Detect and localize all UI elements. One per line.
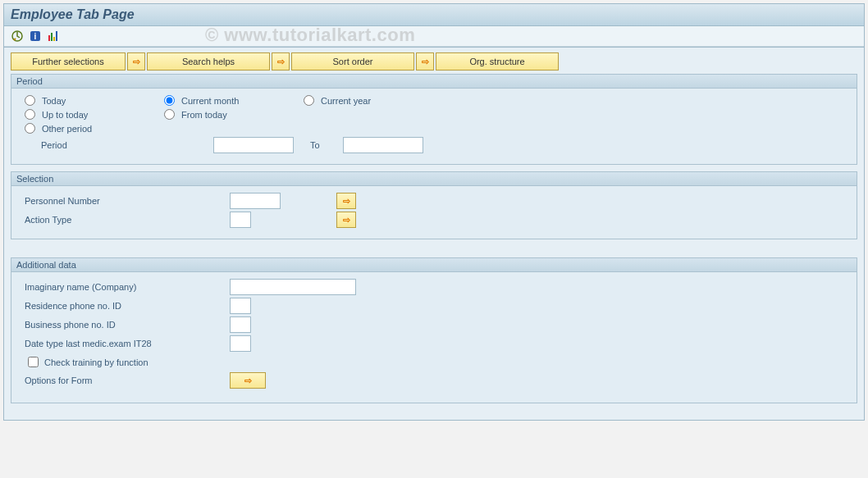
radio-from-today-input[interactable] xyxy=(164,109,175,120)
spacer xyxy=(11,246,857,257)
additional-body: Imaginary name (Company) Residence phone… xyxy=(11,272,857,403)
selection-group: Selection Personnel Number ⇨ Action Type… xyxy=(11,171,857,239)
options-form-label: Options for Form xyxy=(20,376,230,385)
radio-from-today[interactable]: From today xyxy=(159,109,299,120)
radio-current-year-label: Current year xyxy=(321,96,371,106)
radio-current-month[interactable]: Current month xyxy=(159,95,299,106)
arrow-right-icon: ⇨ xyxy=(133,57,140,67)
radio-current-month-label: Current month xyxy=(181,96,239,106)
check-training-label: Check training by function xyxy=(44,357,148,367)
arrow-right-icon: ⇨ xyxy=(277,57,285,67)
radio-today-label: Today xyxy=(42,96,66,106)
personnel-number-multi-button[interactable]: ⇨ xyxy=(336,193,356,209)
search-helps-label: Search helps xyxy=(182,57,235,66)
date-type-input[interactable] xyxy=(230,335,251,352)
selection-legend: Selection xyxy=(11,172,857,186)
further-selections-button[interactable]: Further selections xyxy=(11,52,126,71)
sort-order-arrow-button[interactable]: ⇨ xyxy=(272,52,290,71)
radio-other-period[interactable]: Other period xyxy=(20,123,159,134)
arrow-right-icon: ⇨ xyxy=(343,215,350,225)
period-group: Period Today Current month Current year xyxy=(11,74,857,165)
further-selections-label: Further selections xyxy=(32,57,103,66)
svg-text:i: i xyxy=(34,32,37,41)
selection-buttons-row: Further selections ⇨ Search helps ⇨ Sort… xyxy=(11,52,857,71)
info-icon[interactable]: i xyxy=(29,30,42,43)
main-content: Further selections ⇨ Search helps ⇨ Sort… xyxy=(3,48,865,421)
arrow-right-icon: ⇨ xyxy=(343,196,350,207)
radio-current-year[interactable]: Current year xyxy=(299,95,438,106)
arrow-right-icon: ⇨ xyxy=(244,376,252,386)
svg-rect-3 xyxy=(48,35,50,41)
radio-from-today-label: From today xyxy=(181,110,227,120)
app-toolbar: i xyxy=(4,26,864,47)
radio-other-period-input[interactable] xyxy=(25,123,35,134)
radio-other-period-label: Other period xyxy=(42,124,92,134)
radio-current-year-input[interactable] xyxy=(304,95,314,106)
org-structure-label: Org. structure xyxy=(469,57,524,66)
search-helps-button[interactable]: Search helps xyxy=(147,52,270,71)
period-from-label: Period xyxy=(20,140,213,150)
action-type-label: Action Type xyxy=(20,215,230,225)
search-helps-arrow-button[interactable]: ⇨ xyxy=(127,52,145,71)
additional-data-group: Additional data Imaginary name (Company)… xyxy=(11,257,857,403)
selection-body: Personnel Number ⇨ Action Type ⇨ xyxy=(11,186,857,239)
period-from-input[interactable] xyxy=(213,137,294,153)
period-to-label: To xyxy=(294,140,343,150)
period-legend: Period xyxy=(11,75,857,89)
imaginary-name-input[interactable] xyxy=(230,279,356,295)
residence-phone-label: Residence phone no. ID xyxy=(20,301,230,311)
window: Employee Tab Page i xyxy=(3,3,865,48)
radio-current-month-input[interactable] xyxy=(164,95,175,106)
radio-up-to-today-label: Up to today xyxy=(42,110,88,120)
personnel-number-label: Personnel Number xyxy=(20,196,230,206)
svg-rect-6 xyxy=(56,31,57,41)
imaginary-name-label: Imaginary name (Company) xyxy=(20,282,230,292)
business-phone-label: Business phone no. ID xyxy=(20,320,230,330)
radio-today[interactable]: Today xyxy=(20,95,159,106)
action-type-input[interactable] xyxy=(230,212,251,228)
business-phone-input[interactable] xyxy=(230,316,251,333)
execute-icon[interactable] xyxy=(11,30,24,43)
additional-legend: Additional data xyxy=(11,258,857,272)
svg-rect-4 xyxy=(51,33,53,41)
residence-phone-input[interactable] xyxy=(230,298,251,314)
page-title: Employee Tab Page xyxy=(4,4,864,26)
radio-up-to-today-input[interactable] xyxy=(25,109,35,120)
options-form-button[interactable]: ⇨ xyxy=(230,372,266,389)
action-type-multi-button[interactable]: ⇨ xyxy=(336,212,356,228)
check-training-checkbox[interactable] xyxy=(28,357,39,367)
sort-order-button[interactable]: Sort order xyxy=(291,52,414,71)
org-structure-arrow-button[interactable]: ⇨ xyxy=(416,52,434,71)
date-type-label: Date type last medic.exam IT28 xyxy=(20,339,230,348)
sort-order-label: Sort order xyxy=(333,57,373,66)
page-title-text: Employee Tab Page xyxy=(11,7,135,21)
period-to-input[interactable] xyxy=(343,137,423,153)
svg-rect-5 xyxy=(53,37,55,41)
radio-up-to-today[interactable]: Up to today xyxy=(20,109,159,120)
radio-today-input[interactable] xyxy=(25,95,35,106)
personnel-number-input[interactable] xyxy=(230,193,281,209)
arrow-right-icon: ⇨ xyxy=(422,57,429,67)
org-structure-button[interactable]: Org. structure xyxy=(436,52,559,71)
period-body: Today Current month Current year Up to t… xyxy=(11,89,857,164)
bars-icon[interactable] xyxy=(47,30,60,43)
